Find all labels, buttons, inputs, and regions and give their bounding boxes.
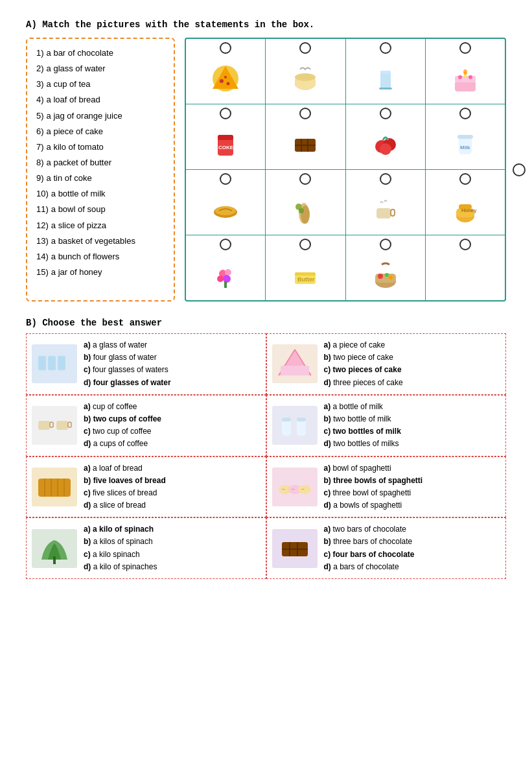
- option-item[interactable]: c) three bowl of spaghetti: [324, 487, 423, 499]
- option-item[interactable]: b) two cups of coffee: [84, 413, 161, 425]
- answer-circle[interactable]: [459, 42, 471, 54]
- answer-circle[interactable]: [459, 108, 471, 119]
- grid-cell: Honey: [426, 170, 505, 235]
- answer-circle[interactable]: [380, 239, 391, 250]
- b-cell-options: a) a kilo of spinachb) a kilos of spinac…: [84, 523, 157, 573]
- b-section-cell: a) a glass of waterb) four glass of wate…: [26, 333, 266, 395]
- svg-point-53: [385, 273, 389, 277]
- list-item: 15)a jar of honey: [36, 265, 165, 280]
- bar of chocolate-image: [290, 122, 321, 166]
- option-item[interactable]: c) a kilo spinach: [84, 549, 157, 561]
- answer-circle[interactable]: [380, 108, 391, 119]
- jar of honey-image: Honey: [450, 187, 481, 231]
- answer-circle[interactable]: [299, 108, 311, 119]
- svg-point-14: [463, 69, 467, 75]
- option-item[interactable]: c) two bottles of milk: [324, 425, 401, 438]
- b-cell-image: [32, 529, 77, 568]
- picture-grid: COKEMilkHoneyButter: [185, 38, 506, 302]
- grid-cell: [346, 104, 426, 169]
- grid-cell: [266, 170, 345, 235]
- svg-point-15: [458, 75, 462, 79]
- option-item[interactable]: c) four bars of chocolate: [324, 549, 415, 561]
- option-item[interactable]: c) two cup of coffee: [84, 425, 161, 438]
- tin of coke-image: COKE: [210, 122, 241, 166]
- grid-row: COKEMilk: [186, 104, 505, 170]
- option-item[interactable]: a) a glass of water: [84, 339, 171, 351]
- svg-rect-56: [48, 356, 56, 370]
- b-section-cell: a) a bottle of milkb) two bottle of milk…: [266, 395, 507, 456]
- section-a: 1)a bar of chocolate2)a glass of water3)…: [26, 38, 506, 302]
- answer-circle[interactable]: [380, 173, 391, 185]
- option-item[interactable]: b) five loaves of bread: [84, 475, 166, 487]
- svg-point-2: [220, 79, 224, 83]
- grid-cell: [186, 235, 266, 300]
- option-item[interactable]: a) bowl of spaghetti: [324, 462, 423, 475]
- b-cell-options: a) a piece of cakeb) two piece of cakec)…: [324, 339, 403, 389]
- soup bowl-image: [290, 56, 321, 101]
- grid-cell: Butter: [266, 235, 345, 300]
- list-item: 8)a packet of butter: [36, 155, 165, 171]
- answer-circle[interactable]: [380, 42, 391, 54]
- svg-rect-10: [379, 88, 392, 89]
- answer-circle[interactable]: [220, 42, 231, 54]
- answer-circle[interactable]: [459, 239, 471, 250]
- svg-rect-67: [282, 418, 291, 421]
- svg-rect-55: [38, 356, 46, 370]
- option-item[interactable]: a) two bars of chocolate: [324, 523, 415, 536]
- answer-circle[interactable]: [459, 173, 471, 185]
- option-item[interactable]: a) a kilo of spinach: [84, 523, 157, 536]
- b-section-cell: a) cup of coffeeb) two cups of coffeec) …: [26, 395, 266, 456]
- option-item[interactable]: c) five slices of bread: [84, 487, 166, 499]
- option-item[interactable]: b) three bowls of spaghetti: [324, 475, 423, 487]
- svg-rect-11: [455, 81, 476, 91]
- answer-circle[interactable]: [299, 173, 311, 185]
- b-cell-image: [272, 344, 318, 383]
- option-item[interactable]: b) a kilos of spinach: [84, 536, 157, 548]
- answer-circle[interactable]: [220, 108, 231, 119]
- svg-rect-46: [224, 281, 227, 288]
- list-item: 2)a glass of water: [36, 61, 165, 77]
- grid-cell: [426, 39, 505, 104]
- option-item[interactable]: a) a bottle of milk: [324, 401, 401, 413]
- option-item[interactable]: b) two piece of cake: [324, 351, 403, 364]
- option-item[interactable]: d) a bowls of spaghetti: [324, 499, 423, 512]
- list-item: 3)a cup of tea: [36, 77, 165, 92]
- b-cell-options: a) a glass of waterb) four glass of wate…: [84, 339, 171, 389]
- option-item[interactable]: b) three bars of chocolate: [324, 536, 415, 548]
- pizza slice-image: [210, 56, 241, 101]
- answer-circle[interactable]: [220, 173, 231, 185]
- option-item[interactable]: d) three pieces of cake: [324, 377, 403, 389]
- svg-point-44: [217, 276, 224, 282]
- answer-circle[interactable]: [299, 42, 311, 54]
- option-item[interactable]: a) cup of coffee: [84, 401, 161, 413]
- list-item: 5)a jag of orange juice: [36, 108, 165, 124]
- svg-text:Milk: Milk: [460, 145, 470, 150]
- grid-cell: [266, 104, 345, 169]
- svg-point-35: [299, 208, 304, 213]
- grid-cell: [426, 235, 505, 300]
- option-item[interactable]: a) a piece of cake: [324, 339, 403, 351]
- svg-text:Honey: Honey: [461, 207, 476, 213]
- option-item[interactable]: c) two pieces of cake: [324, 364, 403, 376]
- svg-point-52: [378, 274, 383, 279]
- option-item[interactable]: d) a kilo of spinaches: [84, 561, 157, 573]
- option-item[interactable]: a) a loaf of bread: [84, 462, 166, 475]
- svg-rect-61: [281, 366, 309, 375]
- answer-circle[interactable]: [299, 239, 311, 250]
- svg-point-7: [295, 73, 316, 81]
- svg-point-3: [227, 82, 230, 86]
- option-item[interactable]: c) four glasses of waters: [84, 364, 171, 376]
- option-item[interactable]: b) two bottle of milk: [324, 413, 401, 425]
- option-item[interactable]: d) a bars of chocolate: [324, 561, 415, 573]
- birthday cake-image: [450, 56, 481, 101]
- loaf of bread-image: [210, 187, 241, 231]
- option-item[interactable]: d) two bottles of milks: [324, 438, 401, 450]
- option-item[interactable]: d) four glasses of water: [84, 377, 171, 389]
- option-item[interactable]: b) four glass of water: [84, 351, 171, 364]
- svg-rect-81: [53, 556, 56, 564]
- grid-cell: Milk: [426, 104, 505, 169]
- grid-row: Butter: [186, 235, 505, 300]
- answer-circle[interactable]: [220, 239, 231, 250]
- option-item[interactable]: d) a cups of coffee: [84, 438, 161, 450]
- option-item[interactable]: d) a slice of bread: [84, 499, 166, 512]
